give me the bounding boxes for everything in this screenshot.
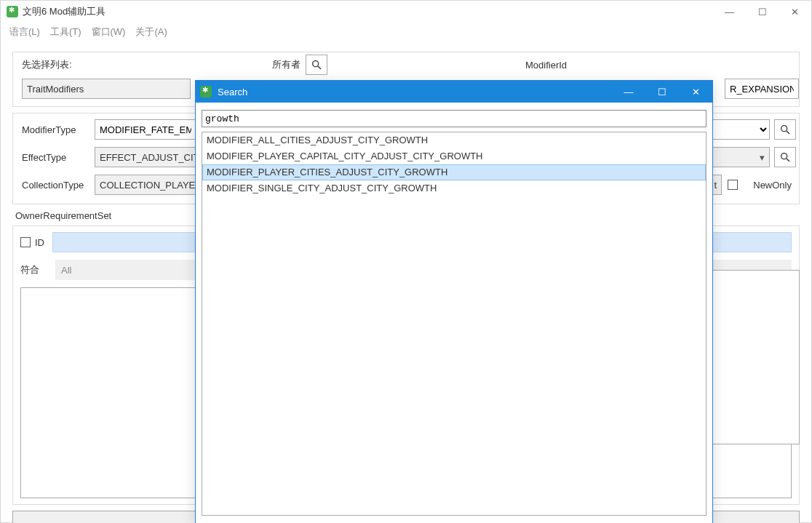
search-minimize-button[interactable]: — (612, 81, 645, 103)
label-effect-type: EffectType (22, 152, 95, 163)
search-result-item[interactable]: MODIFIER_SINGLE_CITY_ADJUST_CITY_GROWTH (202, 180, 706, 196)
search-input[interactable] (202, 110, 706, 127)
menu-about[interactable]: 关于(A) (135, 25, 167, 39)
svg-line-5 (787, 159, 789, 161)
search-close-button[interactable]: ✕ (679, 81, 712, 103)
menubar: 语言(L) 工具(T) 窗口(W) 关于(A) (1, 23, 811, 41)
window-controls: — ☐ ✕ (713, 1, 811, 23)
svg-point-4 (781, 153, 787, 159)
main-titlebar[interactable]: 文明6 Mod辅助工具 — ☐ ✕ (1, 1, 811, 23)
close-button[interactable]: ✕ (779, 1, 811, 23)
svg-point-0 (313, 61, 319, 67)
modifier-type-field[interactable] (95, 119, 196, 140)
search-result-item[interactable]: MODIFIER_PLAYER_CAPITAL_CITY_ADJUST_CITY… (202, 148, 706, 164)
svg-point-2 (781, 126, 787, 132)
maximize-button[interactable]: ☐ (746, 1, 779, 23)
search-window-controls: — ☐ ✕ (612, 81, 712, 103)
collection-type-field[interactable]: COLLECTION_PLAYE (95, 175, 196, 195)
effect-type-field[interactable]: EFFECT_ADJUST_CIT (95, 147, 196, 167)
label-owner: 所有者 (272, 58, 300, 71)
label-modifier-id: ModifierId (525, 60, 567, 71)
app-title: 文明6 Mod辅助工具 (23, 5, 713, 18)
search-body: MODIFIER_ALL_CITIES_ADJUST_CITY_GROWTHMO… (196, 103, 712, 523)
search-app-icon (200, 86, 212, 97)
search-titlebar[interactable]: Search — ☐ ✕ (196, 81, 712, 103)
id-checkbox[interactable] (20, 237, 31, 247)
label-collection-type: CollectionType (22, 180, 95, 191)
search-results[interactable]: MODIFIER_ALL_CITIES_ADJUST_CITY_GROWTHMO… (202, 132, 706, 516)
svg-line-3 (787, 131, 789, 134)
search-title: Search (218, 87, 612, 97)
label-match: 符合 (20, 263, 55, 276)
search-result-item[interactable]: MODIFIER_PLAYER_CITIES_ADJUST_CITY_GROWT… (202, 164, 706, 180)
label-new-only: NewOnly (753, 180, 792, 191)
modifier-type-search-button[interactable] (774, 119, 796, 140)
svg-line-1 (318, 66, 321, 69)
search-maximize-button[interactable]: ☐ (645, 81, 679, 103)
owner-search-button[interactable] (306, 55, 327, 75)
search-result-item[interactable]: MODIFIER_ALL_CITIES_ADJUST_CITY_GROWTH (202, 132, 706, 148)
modifier-type-dropdown[interactable] (704, 119, 770, 140)
effect-type-search-button[interactable] (774, 147, 796, 167)
label-id: ID (35, 237, 52, 248)
modifier-id-field[interactable] (725, 79, 799, 99)
minimize-button[interactable]: — (713, 1, 746, 23)
search-window: Search — ☐ ✕ MODIFIER_ALL_CITIES_ADJUST_… (195, 80, 713, 523)
label-select-list: 先选择列表: (22, 58, 72, 71)
effect-type-dropdown[interactable] (704, 147, 770, 167)
menu-language[interactable]: 语言(L) (9, 25, 40, 39)
new-only-checkbox[interactable] (728, 180, 738, 190)
select-list-field[interactable]: TraitModifiers (22, 79, 191, 99)
label-modifier-type: ModifierType (22, 124, 95, 135)
menu-window[interactable]: 窗口(W) (92, 25, 126, 39)
app-icon (7, 6, 18, 17)
menu-tools[interactable]: 工具(T) (50, 25, 81, 39)
right-side-list[interactable] (712, 270, 800, 444)
